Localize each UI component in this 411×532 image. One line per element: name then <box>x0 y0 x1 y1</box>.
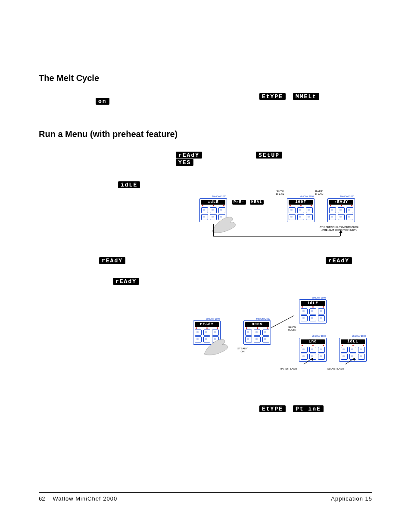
unit-display: 0009 <box>245 322 269 327</box>
footer-section: Application 15 <box>331 495 372 502</box>
hand-icon <box>211 215 241 234</box>
seg-etype-2: EtYPE <box>259 405 286 412</box>
unit-btn[interactable] <box>349 347 356 353</box>
unit-model: MiniChef 2000 <box>299 335 326 337</box>
unit-model: MiniChef 2000 <box>299 296 326 299</box>
unit-btn[interactable] <box>212 330 219 336</box>
unit-btn[interactable] <box>289 207 296 213</box>
unit-model: MiniChef 2000 <box>193 317 220 320</box>
unit-display: idLE <box>201 200 225 205</box>
unit-btn[interactable] <box>195 336 202 342</box>
page-footer: 62 Watlow MiniChef 2000 Application 15 <box>39 492 372 502</box>
label-steady-on: STEADY ON <box>234 347 251 353</box>
heading-melt: The Melt Cycle <box>39 73 99 83</box>
seg-etype-1: EtYPE <box>259 93 286 100</box>
unit-btn[interactable] <box>301 347 308 353</box>
unit-btn[interactable] <box>289 214 296 220</box>
unit-btn[interactable] <box>318 354 325 360</box>
unit-btn[interactable] <box>301 308 308 314</box>
unit-btn[interactable] <box>201 207 208 213</box>
seg-heat: HEAt <box>250 200 264 205</box>
unit-btn[interactable] <box>301 354 308 360</box>
connector-line <box>340 233 341 236</box>
unit-model: MiniChef 2000 <box>339 335 366 337</box>
unit-btn[interactable] <box>301 315 308 321</box>
unit-model: MiniChef 2000 <box>199 195 226 198</box>
unit-btn[interactable] <box>245 336 252 342</box>
unit-btn[interactable] <box>318 347 325 353</box>
unit-btn[interactable] <box>318 315 325 321</box>
heading-run: Run a Menu (with preheat feature) <box>39 129 177 139</box>
seg-ptime: Pt inE <box>293 405 324 412</box>
unit-btn[interactable] <box>218 207 225 213</box>
unit-btn[interactable] <box>341 354 348 360</box>
unit-btn[interactable] <box>358 347 365 353</box>
unit-btn[interactable] <box>309 315 316 321</box>
unit-display: rEAdY <box>329 200 353 205</box>
unit-btn[interactable] <box>329 214 336 220</box>
unit-btn[interactable] <box>306 214 313 220</box>
footer-page-number: 62 <box>39 495 45 502</box>
unit-btn[interactable] <box>358 354 365 360</box>
unit-btn[interactable] <box>318 308 325 314</box>
unit-btn[interactable] <box>297 214 304 220</box>
unit-btn[interactable] <box>201 214 208 220</box>
unit-btn[interactable] <box>245 330 252 336</box>
label-slow-flash-1: SLOW FLASH <box>271 190 289 196</box>
seg-pre: PrE- <box>232 200 246 205</box>
unit-btn[interactable] <box>338 214 345 220</box>
seg-ready-4: rEAdY <box>113 278 139 285</box>
unit-0009: MiniChef 2000 0009 <box>243 317 271 345</box>
unit-btn[interactable] <box>203 330 210 336</box>
unit-btn[interactable] <box>306 207 313 213</box>
unit-btn[interactable] <box>254 330 261 336</box>
unit-btn[interactable] <box>254 336 261 342</box>
connector-line <box>213 236 340 236</box>
unit-btn[interactable] <box>329 207 336 213</box>
seg-on: on <box>96 98 109 105</box>
unit-model: MiniChef 2000 <box>327 195 354 198</box>
unit-100f: MiniChef 2000 100F <box>287 195 314 222</box>
seg-yes: YES <box>176 159 193 166</box>
unit-idle-2: MiniChef 2000 idLE <box>299 296 327 324</box>
seg-ready-1: rEAdY <box>176 152 202 159</box>
seg-ready-3: rEAdY <box>326 257 352 264</box>
unit-btn[interactable] <box>346 207 353 213</box>
hand-icon <box>203 337 234 357</box>
label-slow-flash-2: SLOW FLASH <box>284 326 300 331</box>
unit-btn[interactable] <box>338 207 345 213</box>
footer-title: Watlow MiniChef 2000 <box>53 495 118 502</box>
unit-display: idLE <box>341 339 365 344</box>
connector-line <box>213 224 214 236</box>
unit-btn[interactable] <box>346 214 353 220</box>
unit-model: MiniChef 2000 <box>243 317 270 320</box>
arrowhead-icon <box>339 230 342 233</box>
seg-idle-1: idLE <box>118 181 140 188</box>
seg-mmelt: MMELt <box>293 93 319 100</box>
unit-btn[interactable] <box>262 330 269 336</box>
unit-btn[interactable] <box>262 336 269 342</box>
unit-display: rEAdY <box>195 322 219 327</box>
unit-btn[interactable] <box>195 330 202 336</box>
unit-btn[interactable] <box>309 308 316 314</box>
unit-btn[interactable] <box>210 207 217 213</box>
unit-btn[interactable] <box>297 207 304 213</box>
unit-btn[interactable] <box>341 347 348 353</box>
label-rapid-flash-2: RAPID FLASH <box>280 367 297 370</box>
unit-model: MiniChef 2000 <box>287 195 314 198</box>
seg-ready-2: rEAdY <box>99 257 125 264</box>
label-slow-flash-3: SLOW FLASH <box>327 367 344 370</box>
unit-display: idLE <box>301 301 325 306</box>
unit-ready-1: MiniChef 2000 rEAdY <box>327 195 355 222</box>
unit-display: End <box>301 339 325 344</box>
unit-btn[interactable] <box>309 347 316 353</box>
unit-display: 100F <box>289 200 313 205</box>
seg-setup: SEtUP <box>256 152 282 159</box>
